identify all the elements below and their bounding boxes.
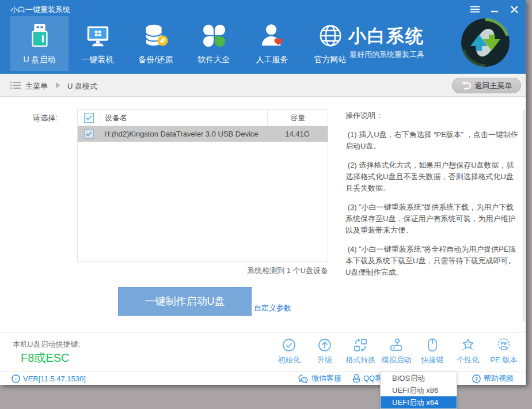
popup-item-bios[interactable]: BIOS启动 [381, 372, 457, 384]
shortcut-key-label: 本机U盘启动快捷键: [13, 339, 80, 350]
svg-text:?: ? [475, 376, 478, 381]
back-button-label: 返回主菜单 [475, 81, 512, 91]
capacity-header: 容量 [267, 110, 328, 126]
tool-pe-version[interactable]: PE PE 版本 [489, 338, 519, 365]
tool-simulate-boot[interactable]: 模拟启动 [381, 338, 411, 365]
brand-logo-icon [460, 17, 511, 68]
tool-label: 模拟启动 [381, 355, 411, 365]
make-boot-usb-button-label: 一键制作启动U盘 [145, 294, 225, 308]
info-icon: i [12, 374, 20, 383]
svg-text:i: i [15, 376, 17, 381]
instructions-title: 操作说明： [345, 111, 519, 121]
app-window: 小白一键重装系统 [0, 0, 526, 385]
nav-one-key-install[interactable]: 一键装机 [69, 16, 127, 71]
help-icon: ? [472, 374, 481, 383]
minimize-icon[interactable] [489, 3, 500, 15]
tool-label: PE 版本 [490, 355, 517, 365]
capacity-cell: 14.41G [267, 126, 328, 142]
breadcrumb-current: U 盘模式 [67, 81, 97, 92]
popup-item-uefi-x86[interactable]: UEFI启动 x86 [381, 384, 457, 396]
human-service-icon [258, 21, 287, 50]
help-label: 帮助视频 [484, 373, 514, 384]
menu-list-icon [10, 81, 21, 89]
breadcrumb-bar: 主菜单 U 盘模式 返回主菜单 [0, 74, 526, 97]
qq-penguin-icon [352, 374, 360, 383]
version-info: i VER[11.5.47.1530] [12, 372, 86, 385]
window-title: 小白一键重装系统 [10, 5, 70, 15]
tool-upgrade[interactable]: 升级 [310, 338, 340, 365]
version-text: VER[11.5.47.1530] [23, 374, 86, 383]
star-badge-icon [461, 338, 476, 353]
instruction-step: (1) 插入U盘，右下角选择 “PE版本” ，点击一键制作启动U盘。 [345, 129, 519, 152]
software-collection-icon [200, 21, 229, 50]
back-to-main-menu-button[interactable]: 返回主菜单 [452, 78, 521, 93]
wechat-support-link[interactable]: 微信客服 [298, 372, 341, 385]
wechat-icon [298, 374, 309, 383]
instruction-step: (2) 选择格式化方式，如果用户想保存U盘数据，就选择格式化U盘且不丢失数据，否… [345, 160, 519, 194]
device-name-header: 设备名 [100, 110, 267, 126]
table-header-row: 设备名 容量 [78, 110, 328, 126]
help-video-link[interactable]: ? 帮助视频 [472, 372, 514, 385]
backup-restore-icon [142, 21, 170, 50]
select-prompt-label: 请选择: [33, 113, 58, 123]
device-name-cell: H:(hd2)Kingston DataTraveler 3.0 USB Dev… [100, 126, 267, 142]
brand-area: 小白系统 最好用的系统重装工具 [348, 17, 515, 72]
table-row[interactable]: H:(hd2)Kingston DataTraveler 3.0 USB Dev… [78, 126, 328, 142]
nav-software-collection[interactable]: 软件大全 [185, 16, 243, 71]
nav-label: 人工服务 [256, 55, 288, 65]
bottom-toolbar: 本机U盘启动快捷键: F8或ESC 初始化 升级 格式转换 模拟启动 [0, 332, 526, 372]
popup-item-uefi-x64[interactable]: UEFI启动 x64 [381, 396, 457, 408]
nav-label: 官方网站 [314, 55, 347, 65]
row-checkbox[interactable] [84, 129, 94, 139]
tool-buttons: 初始化 升级 格式转换 模拟启动 快捷键 [274, 338, 519, 365]
tool-format-convert[interactable]: 格式转换 [345, 338, 375, 365]
nav-label: U 盘启动 [24, 55, 56, 65]
brand-tagline: 最好用的系统重装工具 [349, 50, 424, 60]
panel-scrollbar[interactable] [523, 109, 525, 321]
back-arrow-icon [461, 82, 471, 90]
breadcrumb-root[interactable]: 主菜单 [25, 81, 48, 92]
window-controls [469, 3, 520, 15]
format-convert-icon [353, 338, 368, 353]
close-icon[interactable] [508, 3, 520, 15]
tool-initialize[interactable]: 初始化 [274, 338, 304, 365]
tool-label: 升级 [317, 355, 332, 365]
mouse-icon [425, 338, 440, 353]
instruction-step: (4) "小白一键重装系统"将全程自动为用户提供PE版本下载及系统下载至U盘，只… [345, 244, 519, 278]
tool-label: 格式转换 [345, 355, 375, 365]
usb-device-table: 设备名 容量 H:(hd2)Kingston DataTraveler 3.0 … [77, 109, 328, 262]
usb-drive-icon [25, 21, 54, 50]
make-boot-usb-button[interactable]: 一键制作启动U盘 [118, 287, 252, 316]
nav-label: 一键装机 [82, 55, 114, 65]
nav-usb-boot[interactable]: U 盘启动 [10, 16, 69, 71]
nav-backup-restore[interactable]: 备份/还原 [127, 16, 185, 71]
joystick-icon [389, 338, 404, 353]
tool-label: 个性化 [457, 355, 479, 365]
menu-icon[interactable] [469, 3, 481, 15]
custom-params-link[interactable]: 自定义参数 [254, 303, 291, 313]
detect-status-text: 系统检测到 1 个U盘设备 [77, 266, 328, 276]
tool-personalize[interactable]: 个性化 [453, 338, 483, 365]
tool-label: 初始化 [278, 355, 301, 365]
boot-mode-popup-menu: BIOS启动 UEFI启动 x86 UEFI启动 x64 [380, 372, 457, 409]
desktop-background: 小白一键重装系统 [0, 0, 532, 409]
svg-text:PE: PE [501, 341, 507, 346]
shortcut-key-value: F8或ESC [21, 350, 69, 366]
instruction-step: (3) "小白一键重装系统"提供系统下载，为用户下载系统保存至U盘，保证用户有系… [345, 202, 519, 236]
nav-label: 软件大全 [198, 55, 230, 65]
instructions-panel: 操作说明： (1) 插入U盘，右下角选择 “PE版本” ，点击一键制作启动U盘。… [345, 111, 519, 286]
check-circle-icon [282, 338, 297, 353]
select-all-checkbox[interactable] [84, 113, 94, 123]
nav-human-service[interactable]: 人工服务 [243, 16, 301, 71]
upgrade-arrow-icon [317, 338, 332, 353]
brand-name: 小白系统 [348, 24, 424, 48]
tool-shortcut-keys[interactable]: 快捷键 [417, 338, 447, 365]
official-website-icon [316, 21, 345, 50]
main-navigation: U 盘启动 [10, 16, 359, 71]
app-header: 小白一键重装系统 [0, 0, 526, 74]
wechat-label: 微信客服 [311, 373, 341, 384]
breadcrumb-arrow-icon [56, 82, 60, 88]
monitor-install-icon [83, 21, 112, 50]
tool-label: 快捷键 [421, 355, 443, 365]
main-content: 请选择: 设备名 容量 [0, 97, 526, 332]
